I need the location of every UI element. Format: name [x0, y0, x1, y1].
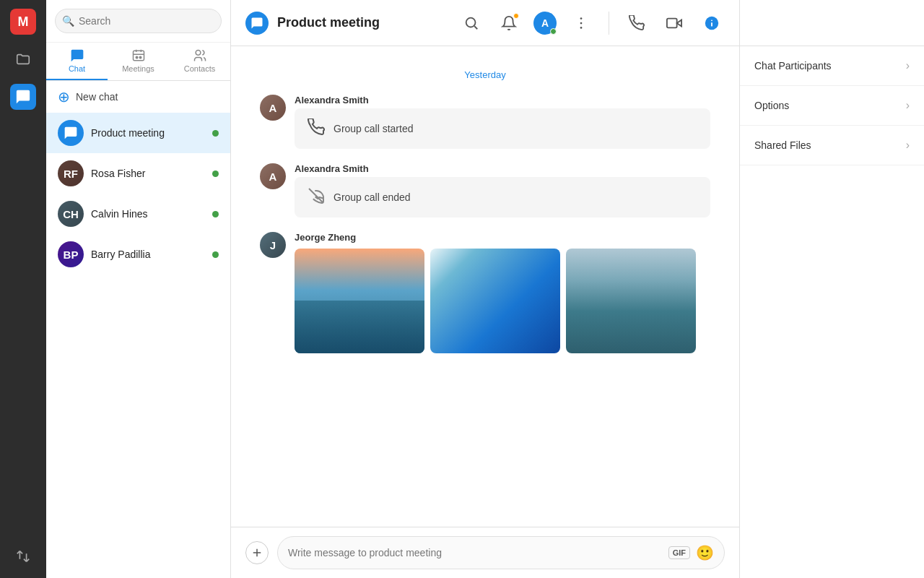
alexandra-avatar-2: A [260, 163, 286, 189]
plus-icon: ⊕ [58, 88, 70, 105]
add-attachment-button[interactable] [245, 541, 269, 564]
product-meeting-label: Product meeting [91, 127, 202, 139]
chat-title: Product meeting [277, 15, 380, 30]
notification-badge [513, 13, 519, 19]
right-panel: Chat Participants › Options › Shared Fil… [739, 0, 924, 578]
sidebar-item-barry-padillia[interactable]: BP Barry Padillia [46, 234, 230, 275]
call-started-text: Group call started [334, 123, 414, 134]
info-button[interactable] [699, 10, 725, 36]
folder-icon[interactable] [10, 46, 36, 72]
call-ended-text: Group call ended [334, 191, 411, 203]
barry-avatar: BP [58, 241, 84, 267]
alexandra-avatar: A [260, 95, 286, 121]
calvin-hines-label: Calvin Hines [91, 208, 202, 220]
svg-point-2 [139, 56, 141, 59]
chevron-right-icon: › [906, 59, 910, 72]
date-divider: Yesterday [260, 69, 710, 80]
message-sender-3: Jeorge Zheng [295, 232, 710, 243]
app-logo[interactable]: M [10, 9, 36, 35]
user-avatar-button[interactable]: A [533, 12, 557, 35]
chevron-right-icon: › [906, 139, 910, 152]
search-icon: 🔍 [62, 15, 74, 27]
image-thumbnail-1[interactable] [295, 249, 424, 353]
right-panel-header [740, 0, 924, 46]
sidebar-item-calvin-hines[interactable]: CH Calvin Hines [46, 194, 230, 234]
message-input-wrapper: GIF 🙂 [277, 536, 725, 569]
chat-group-icon [245, 12, 269, 35]
tab-contacts[interactable]: Contacts [169, 43, 230, 80]
sidebar-item-rosa-fisher[interactable]: RF Rosa Fisher [46, 153, 230, 194]
tab-meetings[interactable]: Meetings [108, 43, 169, 80]
svg-point-6 [580, 22, 583, 24]
online-indicator [212, 130, 219, 137]
group-avatar [58, 120, 84, 146]
nav-tabs: Chat Meetings Contacts [46, 43, 230, 81]
emoji-button[interactable]: 🙂 [696, 544, 714, 561]
new-chat-button[interactable]: ⊕ New chat [46, 81, 230, 113]
online-indicator [212, 171, 219, 177]
call-started-icon [308, 118, 325, 139]
image-thumbnail-3[interactable] [566, 249, 696, 353]
message-group: A Alexandra Smith Group call ended [260, 163, 710, 217]
shared-files-section[interactable]: Shared Files › [740, 126, 924, 165]
rosa-fisher-label: Rosa Fisher [91, 168, 202, 179]
video-call-button[interactable] [661, 10, 687, 36]
message-group: A Alexandra Smith Group call started [260, 95, 710, 149]
audio-call-button[interactable] [624, 10, 650, 36]
svg-rect-0 [133, 51, 144, 60]
transfer-icon[interactable] [10, 543, 36, 569]
chat-header: Product meeting A [231, 0, 739, 46]
call-ended-bubble: Group call ended [295, 177, 710, 217]
message-sender-2: Alexandra Smith [295, 163, 710, 174]
tab-chat[interactable]: Chat [46, 43, 108, 80]
chat-nav-icon[interactable] [10, 84, 36, 110]
left-rail: M [0, 0, 46, 578]
gif-button[interactable]: GIF [668, 546, 690, 559]
svg-point-1 [136, 56, 138, 59]
svg-point-4 [466, 17, 476, 27]
image-thumbnail-2[interactable] [430, 249, 560, 353]
svg-point-7 [580, 27, 583, 29]
chat-participants-section[interactable]: Chat Participants › [740, 46, 924, 86]
message-group-images: J Jeorge Zheng [260, 232, 710, 353]
barry-padillia-label: Barry Padillia [91, 249, 202, 260]
image-row [295, 249, 710, 353]
rosa-avatar: RF [58, 160, 84, 186]
notifications-button[interactable] [496, 10, 522, 36]
online-indicator [212, 211, 219, 217]
online-indicator [212, 251, 219, 258]
svg-point-5 [580, 17, 583, 20]
call-ended-icon [308, 187, 325, 207]
call-started-bubble: Group call started [295, 108, 710, 149]
global-search-button[interactable] [458, 10, 484, 36]
message-sender: Alexandra Smith [295, 95, 710, 105]
chevron-right-icon: › [906, 99, 910, 112]
chat-messages: Yesterday A Alexandra Smith Group call s… [231, 46, 739, 527]
search-input[interactable] [55, 9, 222, 33]
svg-marker-8 [677, 20, 681, 26]
user-online-dot [550, 28, 557, 35]
calvin-avatar: CH [58, 201, 84, 227]
jeorge-avatar: J [260, 232, 286, 258]
chat-header-actions: A [458, 10, 725, 36]
main-chat: Product meeting A [231, 0, 739, 578]
sidebar-item-product-meeting[interactable]: Product meeting [46, 113, 230, 153]
chat-input-bar: GIF 🙂 [231, 527, 739, 578]
chat-list: Product meeting RF Rosa Fisher CH Calvin… [46, 113, 230, 578]
svg-rect-9 [667, 18, 677, 27]
more-options-button[interactable] [568, 10, 594, 36]
svg-point-3 [196, 51, 201, 56]
message-input[interactable] [288, 547, 668, 558]
options-section[interactable]: Options › [740, 86, 924, 126]
sidebar: 🔍 Chat Meetings Contact [46, 0, 231, 578]
search-box: 🔍 [46, 0, 230, 43]
